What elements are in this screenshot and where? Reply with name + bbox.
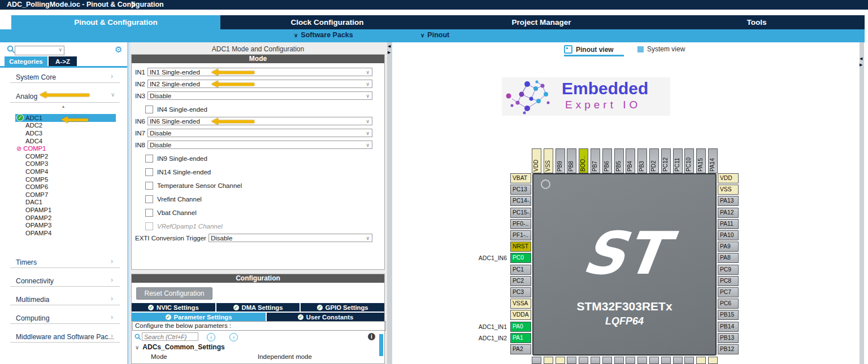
pin-PA0[interactable]: PA0	[510, 322, 531, 332]
sidebar-tab-categories[interactable]: Categories	[5, 56, 47, 66]
collapse-right-icon[interactable]: ▶	[388, 50, 390, 54]
pin-PB4[interactable]: PB4	[626, 148, 635, 173]
sidebar-item-opamp4[interactable]: OPAMP4	[15, 229, 116, 237]
pin-PB13[interactable]: PB13	[718, 333, 739, 343]
pin-PA1[interactable]: PA1	[510, 333, 531, 343]
pin-PA12[interactable]: PA12	[718, 208, 739, 218]
pin-stub[interactable]	[637, 357, 647, 364]
pin-PC3[interactable]: PC3	[510, 287, 531, 297]
chevron-right-icon[interactable]: ›	[111, 257, 113, 265]
pin-PB14[interactable]: PB14	[718, 322, 739, 332]
parameter-search-input[interactable]	[142, 332, 198, 341]
tab-tools[interactable]: Tools	[649, 15, 865, 29]
pin-stub[interactable]	[579, 357, 588, 364]
sidebar-item-multimedia[interactable]: Multimedia	[16, 296, 49, 304]
pin-stub[interactable]	[649, 357, 659, 364]
pin-PC7[interactable]: PC7	[718, 287, 739, 297]
sidebar-item-system-core[interactable]: System Core	[16, 73, 56, 81]
panel-divider[interactable]	[860, 42, 864, 364]
tab-parameter-settings[interactable]: ✓Parameter Settings	[132, 313, 266, 321]
sidebar-item-comp6[interactable]: COMP6	[15, 183, 116, 191]
sidebar-item-comp7[interactable]: COMP7	[15, 191, 116, 199]
pin-PC14[interactable]: PC14-..	[510, 196, 531, 206]
tab-pinout-configuration[interactable]: Pinout & Configuration	[11, 15, 220, 29]
parameter-value[interactable]: Independent mode	[258, 353, 312, 360]
pin-stub[interactable]	[567, 357, 576, 364]
pin-PC1[interactable]: PC1	[510, 265, 531, 275]
pin-stub[interactable]	[626, 357, 635, 364]
sidebar-item-opamp2[interactable]: OPAMP2	[15, 214, 116, 222]
pin-stub[interactable]	[661, 357, 671, 364]
pin-PD2[interactable]: PD2	[649, 148, 659, 173]
pin-stub[interactable]	[696, 357, 706, 364]
pin-PC9[interactable]: PC9	[718, 265, 739, 275]
tab-system-view[interactable]: System view	[637, 45, 685, 53]
gear-icon[interactable]: ⚙	[115, 45, 122, 55]
pin-stub[interactable]	[555, 357, 565, 364]
pin-VDDA[interactable]: VDDA	[510, 310, 531, 320]
panel-divider[interactable]	[387, 42, 392, 364]
tab-nvic-settings[interactable]: ✓NVIC Settings	[132, 303, 215, 312]
in14-single-ended-checkbox[interactable]	[145, 168, 153, 176]
collapse-left-icon[interactable]: ◀	[860, 56, 862, 60]
search-prev-button[interactable]: ‹	[207, 333, 215, 341]
sidebar-search-combobox[interactable]: ∨	[15, 46, 64, 55]
sidebar-item-dac1[interactable]: DAC1	[15, 199, 116, 207]
sidebar-item-comp2[interactable]: COMP2	[15, 152, 116, 160]
exti-conversion-trigger-select[interactable]: Disable∨	[209, 234, 372, 242]
pin-PA15[interactable]: PA15	[696, 148, 706, 173]
pin-stub[interactable]	[544, 357, 553, 364]
software-packs-menu[interactable]: ∨Software Packs	[294, 31, 353, 39]
collapse-right-icon[interactable]: ▶	[860, 63, 862, 67]
in7-select[interactable]: Disable∨	[147, 129, 372, 137]
pin-PB3[interactable]: PB3	[637, 148, 647, 173]
pin-PB6[interactable]: PB6	[602, 148, 612, 173]
pin-VDD[interactable]: VDD	[532, 148, 541, 173]
in1-select[interactable]: IN1 Single-ended∨	[147, 68, 372, 76]
pin-PC12[interactable]: PC12	[661, 148, 671, 173]
sidebar-item-comp3[interactable]: COMP3	[15, 160, 116, 168]
in8-select[interactable]: Disable∨	[147, 141, 372, 149]
tree-group[interactable]: ∨ADCs_Common_Settings	[135, 343, 225, 351]
pin-PB9[interactable]: PB9	[555, 148, 565, 173]
pin-PB5[interactable]: PB5	[614, 148, 624, 173]
pin-stub[interactable]	[673, 357, 683, 364]
tab-pinout-view[interactable]: Pinout view	[564, 45, 614, 54]
pin-PC11[interactable]: PC11	[673, 148, 683, 173]
sidebar-item-adc3[interactable]: ADC3	[15, 129, 116, 137]
pin-BOO[interactable]: BOO..	[579, 148, 588, 173]
info-icon[interactable]: i	[368, 333, 375, 340]
chevron-right-icon[interactable]: ›	[111, 295, 113, 302]
pin-PA10[interactable]: PA10	[718, 230, 739, 240]
in3-select[interactable]: Disable∨	[147, 91, 372, 100]
sidebar-item-computing[interactable]: Computing	[16, 314, 49, 322]
pin-VBAT[interactable]: VBAT	[510, 173, 531, 183]
pinout-menu[interactable]: ∨Pinout	[420, 31, 449, 39]
pin-stub[interactable]	[708, 357, 718, 364]
sidebar-item-middleware[interactable]: Middleware and Software Pac...	[16, 333, 114, 341]
pin-stub[interactable]	[602, 357, 612, 364]
tab-project-manager[interactable]: Project Manager	[434, 15, 649, 29]
pin-VSSA[interactable]: VSSA	[510, 299, 531, 309]
pin-PC6[interactable]: PC6	[718, 299, 739, 309]
pin-stub[interactable]	[614, 357, 624, 364]
in4-single-ended-checkbox[interactable]	[145, 106, 153, 113]
chevron-down-icon[interactable]: ∨	[111, 91, 115, 98]
tab-gpio-settings[interactable]: ✓GPIO Settings	[301, 303, 384, 312]
pin-PA11[interactable]: PA11	[718, 219, 739, 229]
pin-PA14[interactable]: PA14	[708, 148, 718, 173]
pin-PA13[interactable]: PA13	[718, 196, 739, 206]
pin-VSS[interactable]: VSS	[544, 148, 553, 173]
pin-PC2[interactable]: PC2	[510, 276, 531, 286]
scrollbar[interactable]	[379, 334, 383, 356]
scroll-up-icon[interactable]: ▴	[62, 104, 64, 109]
pin-PF1[interactable]: PF1-..	[510, 230, 531, 240]
pin-PC0[interactable]: PC0	[510, 253, 531, 263]
pin-PA2[interactable]: PA2	[510, 344, 531, 354]
sidebar-item-opamp1[interactable]: OPAMP1	[15, 206, 116, 214]
vrefopamp1-channel-checkbox[interactable]	[145, 222, 153, 230]
pin-PA9[interactable]: PA9	[718, 242, 739, 252]
pin-PA8[interactable]: PA8	[718, 253, 739, 263]
pin-stub[interactable]	[684, 357, 694, 364]
chevron-right-icon[interactable]: ›	[111, 72, 113, 80]
